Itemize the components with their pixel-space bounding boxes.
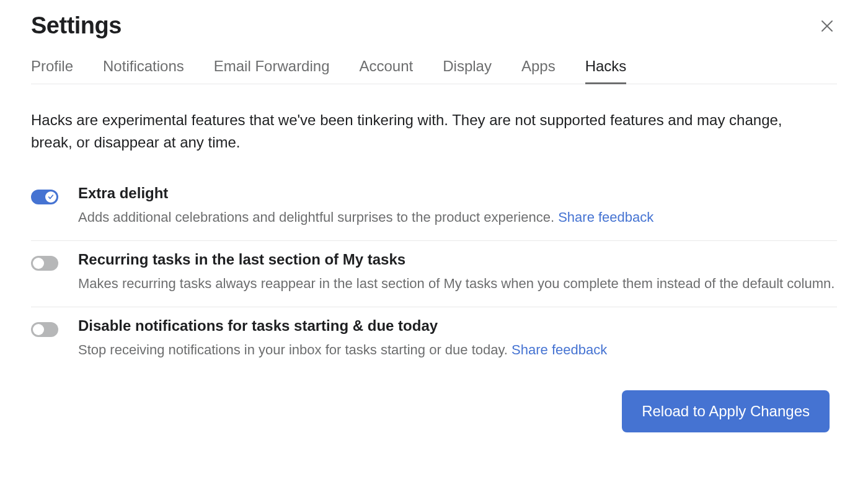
share-feedback-link[interactable]: Share feedback xyxy=(558,209,653,225)
hack-item-title: Recurring tasks in the last section of M… xyxy=(78,251,837,268)
hack-item-disable-notifications: Disable notifications for tasks starting… xyxy=(31,307,837,373)
tab-email-forwarding[interactable]: Email Forwarding xyxy=(214,58,330,84)
hack-item-title: Disable notifications for tasks starting… xyxy=(78,317,837,335)
reload-button[interactable]: Reload to Apply Changes xyxy=(622,390,830,432)
toggle-extra-delight[interactable] xyxy=(31,190,58,204)
hack-item-title: Extra delight xyxy=(78,185,837,202)
hack-item-description: Makes recurring tasks always reappear in… xyxy=(78,273,837,294)
tab-apps[interactable]: Apps xyxy=(521,58,556,84)
close-icon[interactable] xyxy=(817,16,837,39)
tab-display[interactable]: Display xyxy=(443,58,492,84)
toggle-recurring-tasks[interactable] xyxy=(31,256,58,271)
hack-item-description: Stop receiving notifications in your inb… xyxy=(78,339,837,361)
toggle-knob xyxy=(33,324,44,335)
hacks-list: Extra delight Adds additional celebratio… xyxy=(31,175,837,373)
share-feedback-link[interactable]: Share feedback xyxy=(512,342,607,357)
hacks-intro-text: Hacks are experimental features that we'… xyxy=(31,109,825,154)
tab-account[interactable]: Account xyxy=(360,58,414,84)
tab-hacks[interactable]: Hacks xyxy=(585,58,627,84)
tab-profile[interactable]: Profile xyxy=(31,58,73,84)
toggle-knob xyxy=(33,258,44,269)
page-title: Settings xyxy=(31,12,122,39)
check-icon xyxy=(45,191,56,203)
hack-item-extra-delight: Extra delight Adds additional celebratio… xyxy=(31,175,837,241)
tabs: Profile Notifications Email Forwarding A… xyxy=(31,58,837,84)
tab-notifications[interactable]: Notifications xyxy=(103,58,184,84)
hack-item-recurring-tasks: Recurring tasks in the last section of M… xyxy=(31,241,837,307)
hack-item-description: Adds additional celebrations and delight… xyxy=(78,207,837,228)
toggle-disable-notifications[interactable] xyxy=(31,322,58,337)
